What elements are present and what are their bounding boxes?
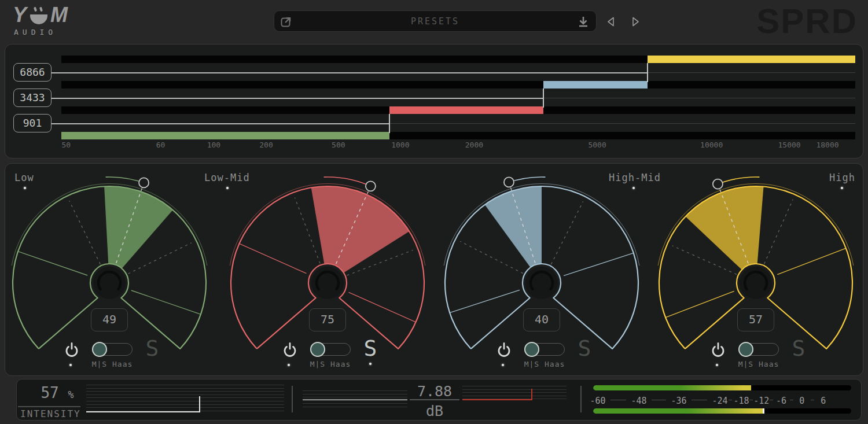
gain-indicator-line <box>462 399 531 400</box>
brand-letter-m: M <box>50 5 68 25</box>
rotation-handle[interactable] <box>713 179 723 189</box>
freq-scale-label: 60 <box>156 141 165 149</box>
freq-scale-label: 50 <box>61 141 71 149</box>
gain-indicator-handle[interactable] <box>531 389 533 400</box>
intensity-value[interactable]: 57 % <box>28 384 86 401</box>
footer-bar: 57 % INTENSITY 7.88 dB -60-48-36-24-18-1… <box>16 379 862 421</box>
meter-scale-label: 0 <box>799 396 804 406</box>
freq-band-segment-low[interactable] <box>61 132 389 139</box>
ms-haas-toggle[interactable] <box>738 343 779 356</box>
freq-track-high <box>61 56 855 63</box>
spread-value[interactable]: 75 <box>309 308 346 331</box>
band-led <box>24 187 26 189</box>
brand-letter-y: Y <box>13 5 27 25</box>
frequency-crossover-panel: 6866343390150601002005001000200050001000… <box>5 44 863 158</box>
freq-track-low-mid <box>61 106 855 114</box>
intensity-slider[interactable] <box>86 385 284 412</box>
solo-button[interactable]: S <box>787 336 810 360</box>
meter-scale-label: -6 <box>776 396 786 406</box>
freq-scale-label: 10000 <box>700 141 723 149</box>
ms-haas-label: M|S Haas <box>718 360 799 368</box>
spread-value[interactable]: 40 <box>523 308 560 331</box>
band-label-high-mid: High-Mid <box>609 172 661 183</box>
solo-button[interactable]: S <box>141 336 164 360</box>
band-label-low-mid: Low-Mid <box>204 172 250 183</box>
gain-value[interactable]: 7.88 <box>406 383 464 400</box>
intensity-slider-handle[interactable] <box>199 396 201 412</box>
range-limit-line <box>450 290 520 312</box>
brand-word: Y M <box>13 5 100 25</box>
meter-scale-label: -18 <box>733 396 749 406</box>
solo-led <box>369 363 372 365</box>
solo-button[interactable]: S <box>573 336 596 360</box>
sprd-logo: SPRD <box>756 1 858 41</box>
crossover-handle[interactable] <box>543 89 544 108</box>
preset-prev-button[interactable] <box>605 16 616 28</box>
toggle-knob[interactable] <box>92 342 107 357</box>
freq-band-segment-high[interactable] <box>648 56 855 63</box>
freq-band-segment-low-mid[interactable] <box>389 106 543 114</box>
freq-scale-label: 500 <box>332 141 345 149</box>
meter-scale-label: -36 <box>671 396 687 406</box>
freq-scale-label: 2000 <box>465 141 483 149</box>
spread-wedge <box>485 186 542 267</box>
spread-value[interactable]: 49 <box>91 308 128 331</box>
footer-divider-1 <box>292 386 293 412</box>
gain-underline <box>410 399 459 400</box>
meter-scale-dash <box>610 400 626 400</box>
dial-card-low-mid: 75M|S HaasS <box>223 164 439 377</box>
ms-haas-label: M|S Haas <box>290 360 371 368</box>
meter-scale-label: 6 <box>821 396 826 406</box>
crossover-freq-value[interactable]: 901 <box>13 114 52 132</box>
ms-haas-toggle[interactable] <box>524 343 565 356</box>
download-icon[interactable] <box>578 16 589 28</box>
crossover-line-dim <box>389 123 855 124</box>
solo-button[interactable]: S <box>359 336 382 360</box>
bowl-icon <box>28 5 49 25</box>
toggle-knob[interactable] <box>738 342 753 357</box>
brand-logo: Y M AUDIO <box>13 5 100 36</box>
output-meter-left <box>593 385 851 390</box>
intensity-underline <box>18 406 80 407</box>
crossover-freq-value[interactable]: 6866 <box>13 63 52 82</box>
crossover-line[interactable] <box>52 123 389 124</box>
crossover-line[interactable] <box>52 98 543 99</box>
freq-scale-label: 1000 <box>391 141 409 149</box>
ms-haas-toggle[interactable] <box>92 343 133 356</box>
presets-bar[interactable]: PRESETS <box>274 10 597 32</box>
dial-tick-dashed <box>551 201 583 264</box>
freq-band-segment-high-mid[interactable] <box>543 81 648 89</box>
meter-scale-dash <box>729 400 732 400</box>
freq-track-low <box>61 132 855 139</box>
crossover-handle[interactable] <box>389 114 390 133</box>
crossover-line-dim <box>648 72 855 73</box>
toggle-knob[interactable] <box>310 342 325 357</box>
gain-slider-right[interactable] <box>462 386 567 400</box>
dial-card-low: 49M|S HaasS <box>5 164 220 377</box>
meter-scale-dash <box>790 400 793 400</box>
dial-tick-dashed <box>69 201 100 264</box>
spread-value[interactable]: 57 <box>737 308 774 331</box>
preset-next-button[interactable] <box>630 16 641 28</box>
crossover-line[interactable] <box>52 72 648 73</box>
header: Y M AUDIO PRESETS <box>0 0 868 42</box>
presets-label[interactable]: PRESETS <box>274 16 596 27</box>
power-button[interactable] <box>282 342 298 358</box>
rotation-handle[interactable] <box>504 177 514 187</box>
brand-subtitle: AUDIO <box>13 28 100 36</box>
toggle-knob[interactable] <box>524 342 539 357</box>
power-button[interactable] <box>496 342 512 358</box>
range-limit-line <box>665 291 734 318</box>
crossover-freq-value[interactable]: 3433 <box>13 89 52 107</box>
intensity-slider-fill <box>86 411 199 412</box>
spread-wedge <box>686 186 764 270</box>
spread-dials-panel: 49M|S HaasS 75M|S HaasS 40M|S HaasS 57M|… <box>5 163 863 376</box>
freq-scale-label: 15000 <box>778 141 801 149</box>
power-button[interactable] <box>64 342 80 358</box>
rotation-handle[interactable] <box>139 178 149 187</box>
power-button[interactable] <box>710 342 726 358</box>
crossover-handle[interactable] <box>647 63 648 82</box>
ms-haas-toggle[interactable] <box>310 343 351 356</box>
meter-scale-label: -48 <box>631 396 646 406</box>
rotation-handle[interactable] <box>366 181 376 191</box>
